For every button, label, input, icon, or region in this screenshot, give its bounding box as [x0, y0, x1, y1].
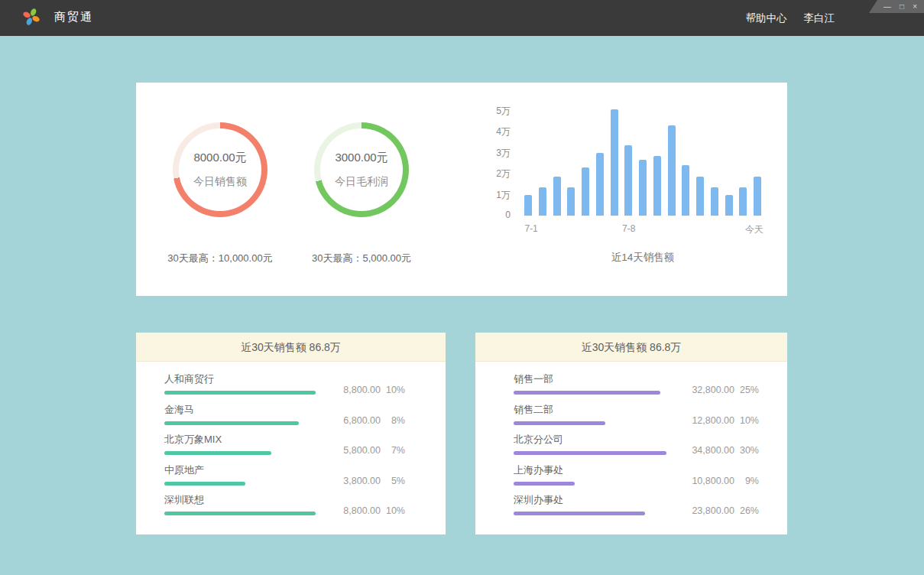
close-button[interactable]: × [913, 3, 917, 11]
bar-chart-y-axis: 5万4万3万2万1万0 [472, 83, 511, 236]
item-values: 8,800.0010% [312, 505, 405, 516]
sales-bar [668, 125, 676, 216]
department-sales-card: 近30天销售额 86.8万 销售一部32,800.0025%销售二部12,800… [475, 333, 787, 534]
window-controls: — □ × [869, 0, 924, 13]
item-progress-bar [164, 391, 316, 395]
item-name: 销售一部 [514, 372, 553, 386]
bar-chart-bars [524, 109, 761, 216]
today-profit-label: 今日毛利润 [335, 175, 388, 189]
summary-card: 8000.00元 今日销售额 30天最高：10,000.00元 3000.00元… [136, 83, 787, 296]
item-progress-bar [514, 391, 660, 395]
help-center-link[interactable]: 帮助中心 [746, 11, 787, 25]
sales-bar [682, 165, 689, 216]
customer-card-title: 近30天销售额 86.8万 [136, 333, 446, 362]
sales-bar [611, 109, 618, 216]
today-sales-label: 今日销售额 [193, 175, 247, 189]
bar-chart-title: 近14天销售额 [524, 251, 761, 265]
item-progress-bar [164, 482, 245, 486]
item-progress-bar [164, 421, 299, 425]
item-percent: 10% [734, 415, 759, 426]
item-percent: 30% [734, 445, 759, 456]
customer-sales-card: 近30天销售额 86.8万 人和商贸行8,800.0010%金海马6,800.0… [136, 333, 446, 534]
sales-bar [582, 167, 589, 216]
item-progress-bar [514, 482, 575, 486]
profit-ring-chart: 3000.00元 今日毛利润 [314, 122, 409, 217]
sales-bar [754, 177, 761, 216]
sales-bar [596, 153, 604, 216]
item-values: 23,800.0026% [666, 505, 759, 516]
item-name: 人和商贸行 [164, 372, 214, 386]
item-amount: 8,800.00 [312, 385, 381, 395]
sales-bar [524, 195, 532, 216]
x-tick-label: 7-1 [508, 223, 554, 234]
item-amount: 32,800.00 [666, 385, 734, 395]
item-name: 销售二部 [514, 403, 553, 417]
item-percent: 5% [381, 476, 405, 486]
list-item: 人和商贸行8,800.0010% [164, 371, 405, 401]
item-name: 金海马 [164, 403, 194, 417]
bar-chart-x-axis: 7-17-8今天 [524, 223, 761, 236]
sales-bar [624, 145, 632, 216]
item-values: 8,800.0010% [312, 385, 405, 395]
sales-bar [639, 160, 647, 216]
today-sales-value: 8000.00元 [193, 151, 246, 165]
sales-ring-chart: 8000.00元 今日销售额 [173, 122, 267, 217]
list-item: 中原地产3,800.005% [164, 462, 405, 492]
item-percent: 8% [381, 415, 405, 426]
item-amount: 6,800.00 [312, 415, 381, 426]
list-item: 金海马6,800.008% [164, 401, 405, 432]
item-amount: 34,800.00 [666, 445, 734, 456]
item-percent: 26% [734, 505, 759, 516]
list-item: 北京分公司34,800.0030% [514, 431, 759, 462]
dashboard: 8000.00元 今日销售额 30天最高：10,000.00元 3000.00元… [0, 36, 924, 575]
titlebar: 商贸通 帮助中心 李白江 — □ × [0, 0, 924, 36]
list-item: 北京万象MIX5,800.007% [164, 431, 405, 462]
sales-bar [696, 177, 704, 216]
maximize-button[interactable]: □ [900, 3, 904, 11]
item-values: 32,800.0025% [666, 385, 759, 395]
item-values: 6,800.008% [312, 415, 405, 426]
customer-rows: 人和商贸行8,800.0010%金海马6,800.008%北京万象MIX5,80… [164, 371, 405, 522]
item-values: 10,800.009% [666, 476, 759, 486]
list-item: 上海办事处10,800.009% [514, 462, 759, 492]
item-progress-bar [514, 512, 645, 515]
item-progress-bar [514, 451, 666, 455]
today-profit-gauge: 3000.00元 今日毛利润 30天最高：5,000.00元 [277, 122, 446, 265]
y-tick-label: 5万 [472, 105, 511, 117]
item-amount: 12,800.00 [666, 415, 734, 426]
sales-bar [553, 177, 561, 216]
x-tick-label: 7-8 [606, 223, 652, 234]
y-tick-label: 0 [472, 210, 511, 222]
item-percent: 7% [381, 445, 405, 456]
profit-30day-max: 30天最高：5,000.00元 [277, 252, 446, 265]
item-name: 上海办事处 [514, 463, 563, 477]
list-item: 销售二部12,800.0010% [514, 401, 759, 432]
item-amount: 8,800.00 [312, 505, 381, 516]
item-percent: 25% [734, 385, 759, 395]
item-progress-bar [164, 512, 316, 515]
list-item: 销售一部32,800.0025% [514, 371, 759, 401]
app-title: 商贸通 [54, 10, 93, 24]
item-values: 5,800.007% [312, 445, 405, 456]
sales-bar [567, 187, 575, 216]
department-rows: 销售一部32,800.0025%销售二部12,800.0010%北京分公司34,… [514, 371, 759, 522]
item-name: 深圳办事处 [514, 493, 563, 507]
y-tick-label: 3万 [472, 147, 511, 159]
today-profit-value: 3000.00元 [335, 151, 387, 165]
item-amount: 10,800.00 [666, 476, 734, 486]
user-menu[interactable]: 李白江 [804, 11, 835, 25]
brand: 商贸通 [21, 7, 93, 27]
x-tick-label: 今天 [731, 223, 777, 236]
item-amount: 23,800.00 [666, 505, 734, 516]
item-amount: 3,800.00 [312, 476, 381, 486]
item-percent: 10% [381, 505, 405, 516]
item-progress-bar [164, 451, 271, 455]
item-values: 3,800.005% [312, 476, 405, 486]
minimize-button[interactable]: — [883, 3, 891, 11]
item-name: 北京分公司 [514, 433, 563, 447]
y-tick-label: 4万 [472, 125, 511, 138]
item-name: 北京万象MIX [164, 433, 222, 447]
sales-bar [739, 187, 747, 216]
item-amount: 5,800.00 [312, 445, 381, 456]
department-card-title: 近30天销售额 86.8万 [475, 333, 787, 362]
